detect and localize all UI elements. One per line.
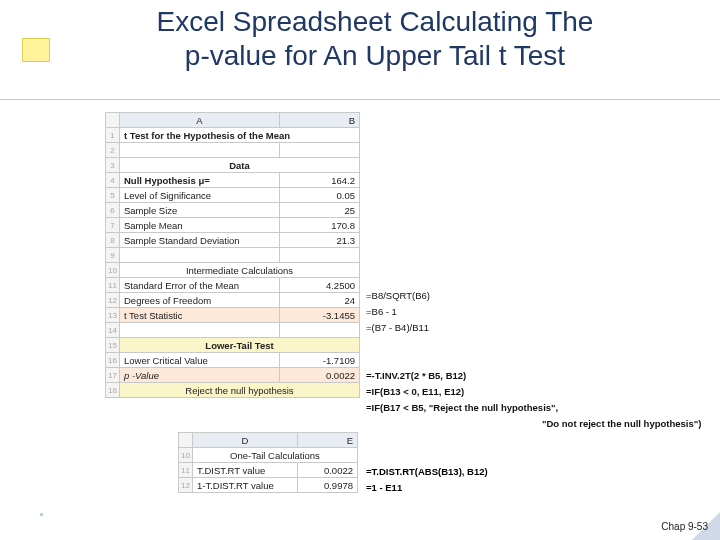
- formula-df: =B6 - 1: [366, 304, 701, 320]
- sd-label: Sample Standard Deviation: [120, 233, 280, 248]
- col-header-b: B: [280, 113, 360, 128]
- n-label: Sample Size: [120, 203, 280, 218]
- null-hyp-value: 164.2: [280, 173, 360, 188]
- formula-callouts-bottom: =T.DIST.RT(ABS(B13), B12) =1 - E11: [366, 448, 488, 496]
- lcv-label: Lower Critical Value: [120, 353, 280, 368]
- corner-cell: [179, 433, 193, 448]
- one-minus-tdistrt-label: 1-T.DIST.RT value: [193, 478, 298, 493]
- row-num: 13: [106, 308, 120, 323]
- formula-tstat: =(B7 - B4)/B11: [366, 320, 701, 336]
- row-num: 2: [106, 143, 120, 158]
- row-num: 10: [179, 448, 193, 463]
- row-num: 11: [106, 278, 120, 293]
- row-num: 16: [106, 353, 120, 368]
- sig-value: 0.05: [280, 188, 360, 203]
- row-num: 8: [106, 233, 120, 248]
- mean-value: 170.8: [280, 218, 360, 233]
- row-num: 9: [106, 248, 120, 263]
- lcv-value: -1.7109: [280, 353, 360, 368]
- one-tail-spreadsheet: D E 10 One-Tail Calculations 11 T.DIST.R…: [178, 432, 358, 493]
- se-value: 4.2500: [280, 278, 360, 293]
- mean-label: Sample Mean: [120, 218, 280, 233]
- accent-box: [22, 38, 50, 62]
- table-title: t Test for the Hypothesis of the Mean: [120, 128, 360, 143]
- row-num: 4: [106, 173, 120, 188]
- tdistrt-value: 0.0022: [298, 463, 358, 478]
- tdistrt-label: T.DIST.RT value: [193, 463, 298, 478]
- intermediate-header: Intermediate Calculations: [120, 263, 360, 278]
- formula-p: =IF(B13 < 0, E11, E12): [366, 384, 701, 400]
- row-num: 18: [106, 383, 120, 398]
- formula-reject-2: "Do not reject the null hypothesis"): [366, 416, 701, 432]
- title-line-2: p-value for An Upper Tail t Test: [185, 40, 565, 71]
- one-minus-tdistrt-value: 0.9978: [298, 478, 358, 493]
- row-num: 11: [179, 463, 193, 478]
- se-label: Standard Error of the Mean: [120, 278, 280, 293]
- tstat-value: -3.1455: [280, 308, 360, 323]
- formula-tdistrt: =T.DIST.RT(ABS(B13), B12): [366, 464, 488, 480]
- formula-callouts: =B8/SQRT(B6) =B6 - 1 =(B7 - B4)/B11 =-T.…: [366, 112, 701, 432]
- reject-result: Reject the null hypothesis: [120, 383, 360, 398]
- p-value: 0.0022: [280, 368, 360, 383]
- formula-lcv: =-T.INV.2T(2 * B5, B12): [366, 368, 701, 384]
- formula-one-minus-tdistrt: =1 - E11: [366, 480, 488, 496]
- df-label: Degrees of Freedom: [120, 293, 280, 308]
- row-num: 17: [106, 368, 120, 383]
- row-num: 6: [106, 203, 120, 218]
- sig-label: Level of Significance: [120, 188, 280, 203]
- row-num: 7: [106, 218, 120, 233]
- title-divider: [0, 99, 720, 100]
- one-tail-header: One-Tail Calculations: [193, 448, 358, 463]
- bullet-dot: [40, 513, 43, 516]
- slide-number: Chap 9-53: [661, 521, 708, 532]
- slide: Excel Spreadsheet Calculating The p-valu…: [0, 0, 720, 540]
- null-hyp-label: Null Hypothesis μ=: [120, 173, 280, 188]
- row-num: 3: [106, 158, 120, 173]
- title-line-1: Excel Spreadsheet Calculating The: [157, 6, 594, 37]
- row-num: 14: [106, 323, 120, 338]
- sd-value: 21.3: [280, 233, 360, 248]
- col-header-d: D: [193, 433, 298, 448]
- lower-tail-header: Lower-Tail Test: [120, 338, 360, 353]
- col-header-a: A: [120, 113, 280, 128]
- p-label: p -Value: [120, 368, 280, 383]
- formula-reject-1: =IF(B17 < B5, "Reject the null hypothesi…: [366, 400, 701, 416]
- row-num: 5: [106, 188, 120, 203]
- formula-se: =B8/SQRT(B6): [366, 288, 701, 304]
- tstat-label: t Test Statistic: [120, 308, 280, 323]
- n-value: 25: [280, 203, 360, 218]
- row-num: 10: [106, 263, 120, 278]
- df-value: 24: [280, 293, 360, 308]
- col-header-e: E: [298, 433, 358, 448]
- data-header: Data: [120, 158, 360, 173]
- main-spreadsheet: A B 1 t Test for the Hypothesis of the M…: [105, 112, 360, 398]
- row-num: 12: [106, 293, 120, 308]
- row-num: 1: [106, 128, 120, 143]
- row-num: 12: [179, 478, 193, 493]
- corner-cell: [106, 113, 120, 128]
- row-num: 15: [106, 338, 120, 353]
- slide-title: Excel Spreadsheet Calculating The p-valu…: [60, 5, 690, 72]
